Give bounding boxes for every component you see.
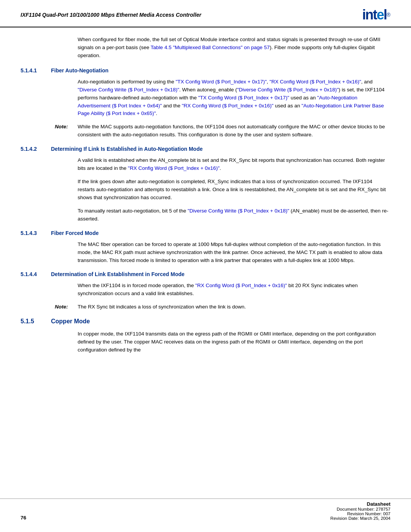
page-footer: 76 Datasheet Document Number: 278757 Rev…	[0, 498, 411, 521]
footer-doc-number: Document Number: 278757	[330, 507, 390, 511]
note-label-5144: Note:	[55, 303, 78, 311]
page-header: IXF1104 Quad-Port 10/100/1000 Mbps Ether…	[0, 0, 411, 27]
section-num-5142: 5.1.4.2	[21, 146, 51, 152]
section-header-5143: 5.1.4.3 Fiber Forced Mode	[21, 230, 390, 236]
section-5141-note1: Note: While the MAC supports auto-negoti…	[55, 123, 390, 139]
section-title-5144: Determination of Link Establishment in F…	[51, 271, 185, 277]
section-5141-para1: Auto-negotiation is performed by using t…	[78, 78, 390, 118]
logo-text: intel	[362, 7, 387, 23]
section-num-5141: 5.1.4.1	[21, 67, 51, 73]
link-diverse-config-0x18-2[interactable]: "Diverse Config Write ($ Port_Index + 0x…	[237, 87, 339, 93]
section-5144-note1: Note: The RX Sync bit indicates a loss o…	[55, 303, 390, 311]
note-content-5144: The RX Sync bit indicates a loss of sync…	[78, 303, 390, 311]
section-515: 5.1.5 Copper Mode In copper mode, the IX…	[21, 318, 390, 354]
section-title-5143: Fiber Forced Mode	[51, 230, 99, 236]
link-rx-config-0x16-2[interactable]: "RX Config Word ($ Port_Index + 0x16)"	[182, 103, 274, 109]
intel-logo: intel®	[362, 7, 390, 23]
link-diverse-config-0x18-3[interactable]: "Diverse Config Write ($ Port_Index + 0x…	[188, 208, 289, 214]
section-5144-para1: When the IXF1104 is in forced mode opera…	[78, 282, 390, 298]
section-num-5144: 5.1.4.4	[21, 271, 51, 277]
table-link[interactable]: Table 4.5 "Multiplexed Ball Connections"…	[151, 45, 270, 50]
section-title-5141: Fiber Auto-Negotiation	[51, 67, 108, 73]
note-content-5141: While the MAC supports auto-negotiation …	[78, 123, 390, 139]
footer-info: Datasheet Document Number: 278757 Revisi…	[330, 501, 390, 521]
footer-revision-date: Revision Date: March 25, 2004	[330, 516, 390, 521]
logo-registered: ®	[387, 12, 390, 18]
intro-paragraph: When configured for fiber mode, the full…	[78, 36, 390, 60]
section-num-515: 5.1.5	[21, 318, 51, 325]
section-header-515: 5.1.5 Copper Mode	[21, 318, 390, 325]
section-title-515: Copper Mode	[51, 318, 90, 325]
section-515-para1: In copper mode, the IXF1104 transmits da…	[78, 330, 390, 354]
link-rx-config-0x16-1[interactable]: "RX Config Word ($ Port_Index + 0x16)"	[269, 79, 361, 85]
section-5142-para2: If the link goes down after auto-negotia…	[78, 178, 390, 202]
footer-revision-number: Revision Number: 007	[330, 511, 390, 516]
section-header-5144: 5.1.4.4 Determination of Link Establishm…	[21, 271, 390, 277]
document-title: IXF1104 Quad-Port 10/100/1000 Mbps Ether…	[21, 12, 201, 18]
link-rx-config-0x16-4[interactable]: "RX Config Word ($ Port_Index + 0x16)"	[195, 283, 287, 288]
link-rx-config-0x16-3[interactable]: "RX Config Word ($ Port_Index + 0x16)"	[128, 165, 220, 171]
page-content: When configured for fiber mode, the full…	[0, 36, 411, 407]
section-header-5141: 5.1.4.1 Fiber Auto-Negotiation	[21, 67, 390, 73]
section-num-5143: 5.1.4.3	[21, 230, 51, 236]
section-5144: 5.1.4.4 Determination of Link Establishm…	[21, 271, 390, 311]
link-tx-config-0x17-1[interactable]: "TX Config Word ($ Port_Index + 0x17)"	[175, 79, 266, 85]
link-diverse-config-0x18-1[interactable]: "Diverse Config Write ($ Port_Index + 0x…	[78, 87, 179, 93]
footer-datasheet-label: Datasheet	[330, 501, 390, 507]
page-number: 76	[21, 515, 26, 521]
section-5142-para1: A valid link is established when the AN_…	[78, 157, 390, 173]
section-5142: 5.1.4.2 Determining If Link Is Establish…	[21, 146, 390, 223]
section-header-5142: 5.1.4.2 Determining If Link Is Establish…	[21, 146, 390, 152]
section-5143-para1: The MAC fiber operation can be forced to…	[78, 241, 390, 265]
section-5141: 5.1.4.1 Fiber Auto-Negotiation Auto-nego…	[21, 67, 390, 139]
note-label-5141: Note:	[55, 123, 78, 139]
section-5143: 5.1.4.3 Fiber Forced Mode The MAC fiber …	[21, 230, 390, 265]
section-5142-para3: To manually restart auto-negotiation, bi…	[78, 207, 390, 223]
link-tx-config-0x17-2[interactable]: "TX Config Word ($ Port_Index + 0x17)"	[198, 95, 289, 101]
section-title-5142: Determining If Link Is Established in Au…	[51, 146, 203, 152]
page: IXF1104 Quad-Port 10/100/1000 Mbps Ether…	[0, 0, 411, 532]
